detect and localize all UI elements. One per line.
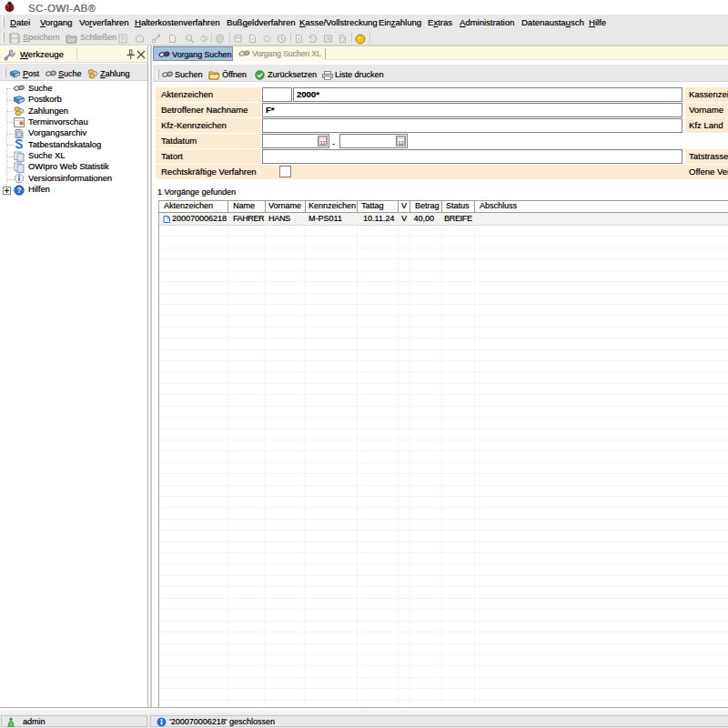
svg-text:12: 12 (398, 140, 403, 146)
svg-text:?: ? (16, 186, 21, 195)
svg-text:12: 12 (319, 140, 325, 146)
